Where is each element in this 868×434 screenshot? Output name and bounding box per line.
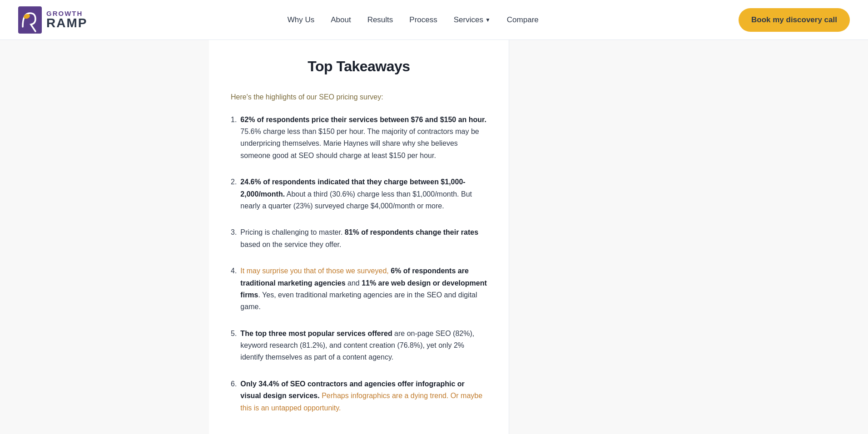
- item-body-6: Only 34.4% of SEO contractors and agenci…: [240, 378, 487, 414]
- nav-links: Why Us About Results Process Services ▼ …: [288, 15, 539, 25]
- nav-item-results[interactable]: Results: [367, 15, 393, 25]
- nav-item-about[interactable]: About: [331, 15, 351, 25]
- item-rest-3: based on the service they offer.: [240, 241, 341, 248]
- chevron-down-icon: ▼: [485, 17, 491, 23]
- article-intro: Here's the highlights of our SEO pricing…: [231, 91, 487, 103]
- nav-item-services[interactable]: Services ▼: [454, 15, 491, 25]
- item-rest-4: . Yes, even traditional marketing agenci…: [240, 291, 477, 311]
- nav-item-process[interactable]: Process: [409, 15, 437, 25]
- item-prefix-3: Pricing is challenging to master.: [240, 228, 344, 236]
- item-bold-3: 81% of respondents change their rates: [345, 228, 478, 236]
- nav-link-services[interactable]: Services: [454, 15, 483, 25]
- item-body-4: It may surprise you that of those we sur…: [240, 265, 487, 313]
- item-body-2: 24.6% of respondents indicated that they…: [240, 176, 487, 212]
- item-body-3: Pricing is challenging to master. 81% of…: [240, 227, 487, 251]
- logo-link[interactable]: GROWTH RAMP: [18, 6, 87, 34]
- item-bold-1: 62% of respondents price their services …: [240, 116, 486, 123]
- nav-link-why-us[interactable]: Why Us: [288, 15, 315, 24]
- navbar: GROWTH RAMP Why Us About Results Process…: [0, 0, 868, 40]
- item-prefix-orange-4: It may surprise you that of those we sur…: [240, 267, 391, 275]
- list-item: 62% of respondents price their services …: [231, 114, 487, 162]
- nav-link-about[interactable]: About: [331, 15, 351, 24]
- right-sidebar: [509, 40, 868, 434]
- list-item: It may surprise you that of those we sur…: [231, 265, 487, 313]
- logo-text: GROWTH RAMP: [46, 10, 87, 30]
- logo-icon: [18, 6, 42, 34]
- left-sidebar: [0, 40, 209, 434]
- nav-link-results[interactable]: Results: [367, 15, 393, 24]
- list-item: The top three most popular services offe…: [231, 328, 487, 364]
- list-item: Only 34.4% of SEO contractors and agenci…: [231, 378, 487, 414]
- logo-ramp-text: RAMP: [46, 17, 87, 30]
- cta-button[interactable]: Book my discovery call: [739, 8, 850, 32]
- takeaways-list: 62% of respondents price their services …: [231, 114, 487, 414]
- item-bold-5: The top three most popular services offe…: [240, 330, 392, 337]
- item-rest-1: 75.6% charge less than $150 per hour. Th…: [240, 128, 479, 159]
- nav-item-why-us[interactable]: Why Us: [288, 15, 315, 25]
- list-item: 24.6% of respondents indicated that they…: [231, 176, 487, 212]
- page-wrapper: Top Takeaways Here's the highlights of o…: [0, 40, 868, 434]
- item-mid-4: and: [346, 279, 362, 287]
- item-body-5: The top three most popular services offe…: [240, 328, 487, 364]
- list-item: Pricing is challenging to master. 81% of…: [231, 227, 487, 251]
- item-body-1: 62% of respondents price their services …: [240, 114, 487, 162]
- nav-item-compare[interactable]: Compare: [507, 15, 539, 25]
- main-content: Top Takeaways Here's the highlights of o…: [209, 40, 509, 434]
- nav-link-process[interactable]: Process: [409, 15, 437, 24]
- svg-rect-0: [18, 6, 42, 34]
- article-title: Top Takeaways: [231, 58, 487, 75]
- nav-link-compare[interactable]: Compare: [507, 15, 539, 24]
